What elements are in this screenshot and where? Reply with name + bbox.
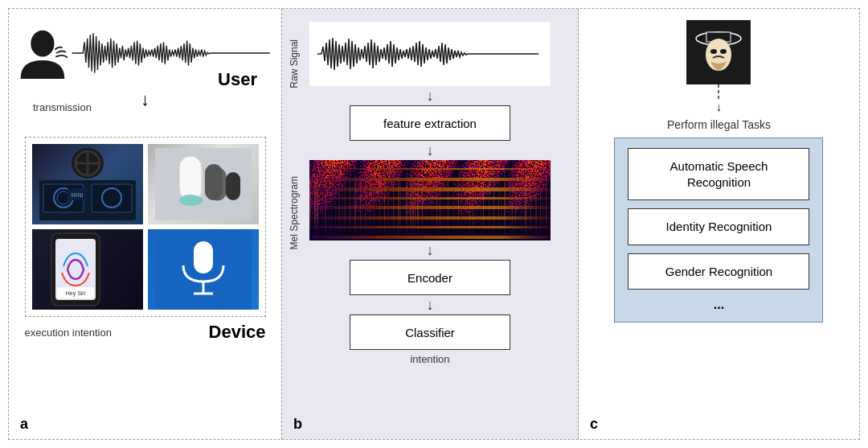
device-grid: MINI — [25, 137, 266, 317]
smart-speaker-image — [148, 144, 259, 224]
asr-label: Automatic Speech Recognition — [670, 159, 768, 189]
mel-spectrogram-box — [309, 160, 551, 240]
asr-box: Automatic Speech Recognition — [628, 148, 809, 200]
panel-b: Raw Signal Mel Spectrogram ↓ feature ext… — [282, 9, 579, 439]
svg-text:MINI: MINI — [71, 192, 83, 198]
feature-extraction-box: feature extraction — [350, 105, 510, 141]
hacker-icon — [686, 20, 751, 84]
car-image: MINI — [32, 144, 143, 224]
recognition-container: Automatic Speech Recognition Identity Re… — [614, 138, 823, 323]
arrow-hacker-down: ↓ — [716, 84, 722, 113]
panel-c-label: c — [590, 416, 598, 433]
encoder-label: Encoder — [407, 271, 452, 285]
mel-spectrogram-label: Mel Spectrogram — [289, 176, 300, 249]
panel-c: ↓ Perform illegal Tasks Automatic Speech… — [579, 9, 859, 439]
voice-assistant-image — [148, 229, 259, 310]
arrow-raw-to-feature: ↓ — [426, 88, 433, 103]
identity-label: Identity Recognition — [666, 220, 772, 233]
svg-point-21 — [179, 195, 202, 206]
svg-point-38 — [710, 49, 717, 54]
svg-rect-23 — [226, 172, 240, 200]
siri-image: Hey Siri — [32, 229, 143, 310]
panel-b-content: Raw Signal Mel Spectrogram ↓ feature ext… — [295, 15, 565, 365]
intention-label: intention — [410, 353, 449, 365]
raw-signal-box — [309, 22, 551, 86]
arrow-encoder-to-classifier: ↓ — [426, 298, 433, 312]
svg-point-0 — [31, 31, 54, 57]
classifier-label: Classifier — [405, 326, 455, 339]
raw-signal-label: Raw Signal — [289, 39, 300, 88]
gender-label: Gender Recognition — [665, 265, 772, 278]
arrow-mel-to-encoder: ↓ — [426, 243, 433, 257]
gender-box: Gender Recognition — [628, 253, 809, 290]
panel-a-label: a — [20, 416, 28, 433]
transmission-label: transmission — [33, 101, 92, 113]
svg-rect-20 — [179, 156, 202, 200]
encoder-box: Encoder — [350, 260, 510, 295]
svg-rect-30 — [194, 241, 213, 273]
feature-extraction-label: feature extraction — [383, 117, 477, 130]
main-diagram: // Generate waveform in SVG User transmi… — [8, 8, 860, 440]
svg-point-39 — [720, 49, 727, 54]
classifier-box: Classifier — [350, 314, 510, 350]
illegal-tasks-label: Perform illegal Tasks — [667, 118, 771, 131]
panel-b-label: b — [293, 416, 302, 433]
svg-text:Hey Siri: Hey Siri — [65, 290, 85, 297]
user-label: User — [218, 69, 257, 90]
panel-a: // Generate waveform in SVG User transmi… — [9, 9, 282, 439]
device-label: Device — [209, 322, 266, 343]
execution-label: execution intention — [25, 327, 112, 339]
person-icon — [17, 25, 68, 81]
device-label-row: execution intention Device — [25, 322, 266, 343]
arrow-feature-to-mel: ↓ — [426, 143, 433, 158]
dots-label: ... — [628, 298, 809, 312]
identity-box: Identity Recognition — [628, 208, 809, 245]
svg-rect-22 — [205, 164, 223, 200]
